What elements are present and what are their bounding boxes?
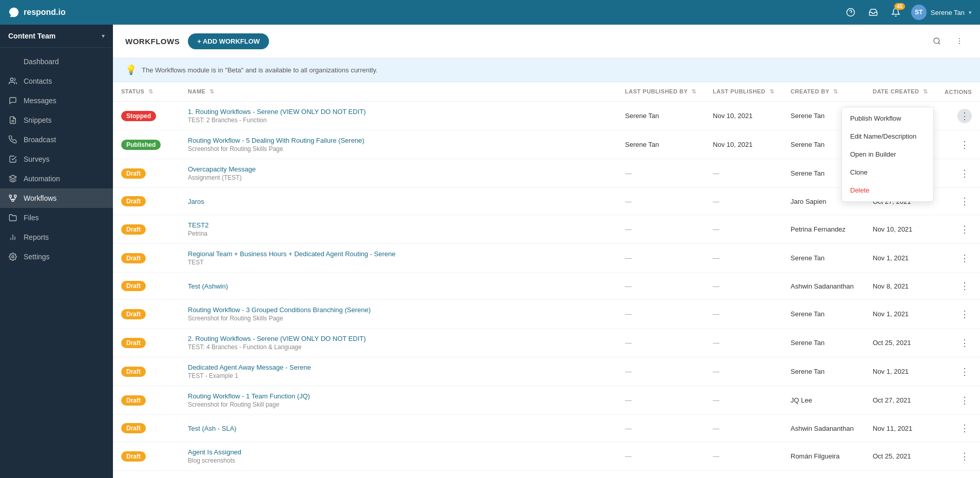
row-more-button[interactable]: ⋮ [957,109,972,123]
created-by: Serene Tan [791,368,824,375]
dash: — [625,282,632,290]
last-published-by-cell: — [617,273,705,300]
status-cell: Draft [113,244,180,273]
beta-icon: 💡 [125,64,137,75]
sidebar-item-workflows[interactable]: Workflows [0,188,113,208]
workflow-description: Assignment (TEST) [188,174,609,181]
actions-cell: ⋮ [936,357,980,386]
dash: — [713,282,720,290]
dash: — [713,339,720,347]
created-by: Ashwin Sadananthan [791,425,854,432]
svg-point-2 [10,78,13,81]
inbox-icon[interactable] [866,5,880,20]
sidebar-item-dashboard[interactable]: Dashboard [0,52,113,71]
last-published-by-cell: Serene Tan [617,130,705,159]
date-created: Nov 1, 2021 [873,254,909,262]
row-more-button[interactable]: ⋮ [957,166,972,181]
sort-icon-name: ⇅ [209,88,215,94]
sidebar-item-settings[interactable]: Settings [0,247,113,266]
actions-cell: ⋮ [936,471,980,479]
created-by-cell: Serene Tan [782,357,864,386]
created-by: Serene Tan [791,112,824,120]
row-more-button[interactable]: ⋮ [957,279,972,293]
status-badge: Draft [121,281,146,291]
created-by: Petrina Fernandez [791,225,846,233]
sidebar-item-broadcast[interactable]: Broadcast [0,130,113,149]
dash: — [625,169,632,177]
row-more-button[interactable]: ⋮ [957,365,972,379]
col-last-published[interactable]: LAST PUBLISHED ⇅ [705,82,782,102]
col-date-created[interactable]: DATE CREATED ⇅ [864,82,936,102]
sidebar-item-snippets[interactable]: Snippets [0,110,113,130]
row-more-button[interactable]: ⋮ [957,421,972,435]
workflow-name[interactable]: 1. Routing Workflows - Serene (VIEW ONLY… [188,108,609,116]
topbar-logo[interactable]: respond.io [8,7,66,18]
workflow-name[interactable]: Agent Is Assigned [188,448,609,456]
row-more-button[interactable]: ⋮ [957,393,972,408]
row-more-button[interactable]: ⋮ [957,449,972,464]
workflow-name[interactable]: TEST2 [188,221,609,229]
sort-icon-lpby: ⇅ [691,88,697,94]
workflow-name[interactable]: Jaros [188,198,609,205]
context-menu-item-open-builder[interactable]: Open in Builder [842,145,933,163]
name-cell: Regional Team + Business Hours + Dedicat… [180,244,617,273]
workflow-name[interactable]: Routing Workflow - 3 Grouped Conditions … [188,306,609,314]
add-workflow-button[interactable]: + ADD WORKFLOW [188,33,269,49]
sidebar-item-automation[interactable]: Automation [0,169,113,188]
sidebar-item-messages[interactable]: Messages [0,91,113,110]
context-menu-item-edit-name[interactable]: Edit Name/Description [842,127,933,145]
date-created-cell: Nov 1, 2021 [864,244,936,273]
status-badge: Draft [121,367,146,377]
workspace-selector[interactable]: Content Team ▾ [0,25,113,48]
col-name[interactable]: NAME ⇅ [180,82,617,102]
chat-icon [8,96,17,105]
last-published: Nov 10, 2021 [713,112,753,120]
date-created-cell: Oct 25, 2021 [864,442,936,471]
last-published-cell: Nov 10, 2021 [705,130,782,159]
sidebar-item-contacts[interactable]: Contacts [0,71,113,91]
row-more-button[interactable]: ⋮ [957,138,972,152]
col-last-published-by[interactable]: LAST PUBLISHED BY ⇅ [617,82,705,102]
sidebar-item-files[interactable]: Files [0,208,113,227]
search-button[interactable] [929,33,945,49]
svg-point-14 [934,38,939,44]
row-more-button[interactable]: ⋮ [957,307,972,321]
more-icon [955,37,964,45]
dash: — [713,396,720,404]
actions-cell: ⋮ [936,273,980,300]
workflow-name[interactable]: Test (Ashwin) [188,282,609,290]
files-icon [8,213,17,222]
row-more-button[interactable]: ⋮ [957,194,972,208]
workflow-name[interactable]: Routing Workflow - 1 Team Function (JQ) [188,392,609,400]
row-more-button[interactable]: ⋮ [957,251,972,265]
context-menu-item-clone[interactable]: Clone [842,163,933,181]
context-menu-item-publish[interactable]: Publish Workflow [842,109,933,127]
workflow-name[interactable]: 2. Routing Workflows - Serene (VIEW ONLY… [188,335,609,342]
workflow-name[interactable]: Dedicated Agent Away Message - Serene [188,364,609,371]
col-created-by[interactable]: CREATED BY ⇅ [782,82,864,102]
more-options-button[interactable] [951,33,968,49]
workflow-name[interactable]: Test (Ash - SLA) [188,425,609,432]
user-menu[interactable]: ST Serene Tan ▾ [911,5,972,20]
automation-icon [8,174,17,183]
created-by: Serene Tan [791,310,824,318]
workflow-name[interactable]: Regional Team + Business Hours + Dedicat… [188,250,609,258]
notification-icon[interactable]: 45 [889,5,903,20]
dash: — [713,198,720,205]
help-icon[interactable] [843,5,858,20]
last-published-cell: — [705,300,782,329]
workflow-name[interactable]: Overcapacity Message [188,165,609,173]
sidebar-item-reports[interactable]: Reports [0,227,113,247]
workflow-name[interactable]: Routing Workflow - 5 Dealing With Routin… [188,137,609,144]
last-published-by: Serene Tan [625,141,659,148]
col-status[interactable]: STATUS ⇅ [113,82,180,102]
sort-icon-lp: ⇅ [770,88,775,94]
sidebar-item-label: Surveys [24,155,50,163]
sort-icon-status: ⇅ [148,88,153,94]
row-more-button[interactable]: ⋮ [957,336,972,350]
context-menu-item-delete[interactable]: Delete [842,181,933,199]
sidebar-item-surveys[interactable]: Surveys [0,149,113,169]
dash: — [713,452,720,460]
sidebar-item-label: Workflows [24,194,56,202]
row-more-button[interactable]: ⋮ [957,222,972,237]
